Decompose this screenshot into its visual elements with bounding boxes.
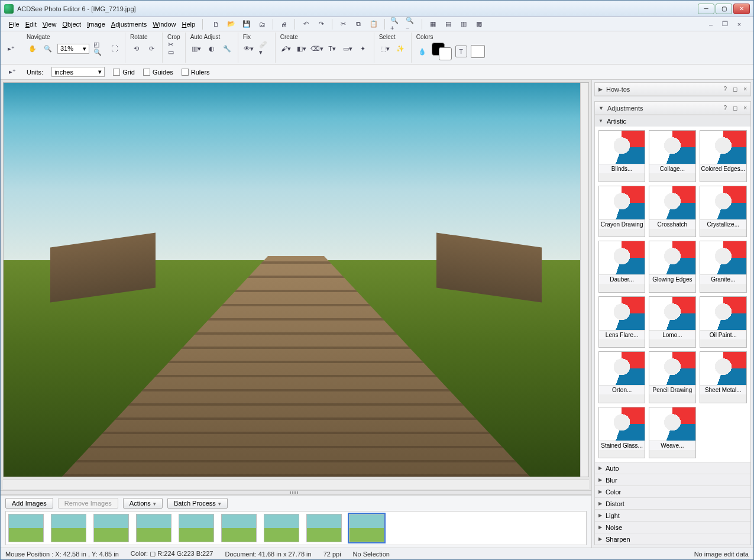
thumbnail-item[interactable] xyxy=(306,514,342,542)
gradient-tool-icon[interactable]: ◧▾ xyxy=(296,43,308,54)
category-color[interactable]: ▶Color xyxy=(595,485,750,497)
adjustments-header[interactable]: ▼ Adjustments ? ◻ × xyxy=(595,102,750,115)
redo-icon[interactable]: ↷ xyxy=(315,18,327,30)
eyedropper-tool-icon[interactable]: 💧 xyxy=(416,46,428,57)
category-sharpen[interactable]: ▶Sharpen xyxy=(595,533,750,545)
layout-a-icon[interactable]: ▦ xyxy=(427,18,439,30)
effect-weave[interactable]: Weave... xyxy=(649,407,695,459)
howtos-header[interactable]: ▶ How-tos ? ◻ × xyxy=(595,83,750,96)
menu-help[interactable]: Help xyxy=(182,21,195,28)
dock-icon[interactable]: ◻ xyxy=(733,105,737,111)
heal-tool-icon[interactable]: 🩹▾ xyxy=(258,43,270,54)
shape-tool-icon[interactable]: ▭▾ xyxy=(342,43,354,54)
batch-process-button[interactable]: Batch Process▾ xyxy=(167,498,228,509)
sparkle-tool-icon[interactable]: ✦ xyxy=(357,43,369,54)
grid-checkbox[interactable]: Grid xyxy=(113,69,135,76)
fill-color-box-icon[interactable] xyxy=(471,45,485,58)
marquee-tool-icon[interactable]: ⬚▾ xyxy=(379,43,391,54)
pointer-options-icon[interactable]: ▸⁺ xyxy=(7,66,18,78)
minimize-button[interactable]: ─ xyxy=(698,4,714,14)
menu-file[interactable]: File xyxy=(9,21,20,28)
close-button[interactable]: ✕ xyxy=(733,4,750,14)
menu-window[interactable]: Window xyxy=(153,21,176,28)
close-panel-icon[interactable]: × xyxy=(743,86,747,92)
effect-collage[interactable]: Collage... xyxy=(649,130,695,182)
thumbnail-item[interactable] xyxy=(264,514,299,542)
eraser-tool-icon[interactable]: ⌫▾ xyxy=(311,43,323,54)
hand-tool-icon[interactable]: ✋ xyxy=(27,43,38,54)
effect-glowing-edges[interactable]: Glowing Edges xyxy=(649,241,695,293)
new-file-icon[interactable]: 🗋 xyxy=(210,18,222,30)
rulers-checkbox[interactable]: Rulers xyxy=(182,69,210,76)
effect-blinds[interactable]: Blinds... xyxy=(598,130,645,182)
effect-oil-paint[interactable]: Oil Paint... xyxy=(700,296,747,348)
menu-view[interactable]: View xyxy=(43,21,57,28)
rotate-right-icon[interactable]: ⟳ xyxy=(145,43,157,54)
effect-granite[interactable]: Granite... xyxy=(700,241,747,293)
thumbnail-item[interactable] xyxy=(221,514,257,542)
effect-sheet-metal[interactable]: Sheet Metal... xyxy=(700,351,747,403)
mdi-restore-icon[interactable]: ❐ xyxy=(719,18,731,30)
menu-adjustments[interactable]: Adjustments xyxy=(111,21,147,28)
layout-c-icon[interactable]: ▥ xyxy=(458,18,470,30)
auto-color-icon[interactable]: 🔧 xyxy=(221,43,233,54)
effect-stained-glass[interactable]: Stained Glass... xyxy=(598,407,645,459)
zoom-in-icon[interactable]: 🔍+ xyxy=(390,18,402,30)
effect-colored-edges[interactable]: Colored Edges... xyxy=(700,130,747,182)
thumbnail-item[interactable] xyxy=(51,514,86,542)
thumbnail-item[interactable] xyxy=(136,514,171,542)
zoom-fit-icon[interactable]: ◰🔍 xyxy=(93,43,105,54)
effect-lomo[interactable]: Lomo... xyxy=(649,296,695,348)
menu-image[interactable]: Image xyxy=(87,21,105,28)
maximize-button[interactable]: ▢ xyxy=(716,4,732,14)
effect-crayon-drawing[interactable]: Crayon Drawing xyxy=(598,186,645,238)
thumbnail-item[interactable] xyxy=(93,514,129,542)
zoom-out-icon[interactable]: 🔍− xyxy=(405,18,417,30)
open-folder-icon[interactable]: 📂 xyxy=(225,18,237,30)
paste-icon[interactable]: 📋 xyxy=(368,18,380,30)
category-noise[interactable]: ▶Noise xyxy=(595,521,750,533)
close-panel-icon[interactable]: × xyxy=(743,105,747,111)
auto-contrast-icon[interactable]: ◐ xyxy=(206,43,218,54)
help-icon[interactable]: ? xyxy=(724,86,727,92)
brush-tool-icon[interactable]: 🖌▾ xyxy=(280,43,292,54)
print-icon[interactable]: 🖨 xyxy=(278,18,290,30)
category-distort[interactable]: ▶Distort xyxy=(595,497,750,509)
effect-orton[interactable]: Orton... xyxy=(598,351,645,403)
text-tool-icon[interactable]: T▾ xyxy=(326,43,338,54)
text-color-t-icon[interactable]: T xyxy=(455,46,467,57)
category-artistic[interactable]: ▼ Artistic xyxy=(595,115,750,127)
thumbnail-item[interactable] xyxy=(349,514,384,542)
zoom-level-select[interactable]: 31% ▾ xyxy=(57,44,89,54)
thumbnail-item[interactable] xyxy=(179,514,214,542)
effect-dauber[interactable]: Dauber... xyxy=(598,241,645,293)
save-all-icon[interactable]: 🗂 xyxy=(256,18,268,30)
cut-icon[interactable]: ✂ xyxy=(337,18,349,30)
guides-checkbox[interactable]: Guides xyxy=(143,69,173,76)
background-color[interactable] xyxy=(439,47,452,60)
effect-pencil-drawing[interactable]: Pencil Drawing xyxy=(649,351,695,403)
help-icon[interactable]: ? xyxy=(724,105,727,111)
menu-object[interactable]: Object xyxy=(62,21,81,28)
pointer-tool-icon[interactable]: ▸⁺ xyxy=(5,43,17,54)
units-select[interactable]: inches ▾ xyxy=(51,67,105,77)
thumbnail-strip[interactable] xyxy=(5,511,587,545)
magic-wand-icon[interactable]: ✨ xyxy=(394,43,406,54)
layout-d-icon[interactable]: ▩ xyxy=(473,18,485,30)
rotate-left-icon[interactable]: ⟲ xyxy=(130,43,142,54)
vertical-scrollbar[interactable] xyxy=(580,83,589,477)
auto-levels-icon[interactable]: ▥▾ xyxy=(190,43,202,54)
horizontal-splitter[interactable] xyxy=(1,490,591,495)
category-auto[interactable]: ▶Auto xyxy=(595,462,750,474)
thumbnail-item[interactable] xyxy=(8,514,44,542)
save-icon[interactable]: 💾 xyxy=(241,18,253,30)
copy-icon[interactable]: ⧉ xyxy=(352,18,364,30)
crop-tool-icon[interactable]: ✂▭ xyxy=(167,43,179,54)
zoom-tool-icon[interactable]: 🔍 xyxy=(42,43,54,54)
add-images-button[interactable]: Add Images xyxy=(5,498,53,509)
effect-crosshatch[interactable]: Crosshatch xyxy=(649,186,695,238)
dock-icon[interactable]: ◻ xyxy=(733,86,737,92)
redeye-tool-icon[interactable]: 👁▾ xyxy=(243,43,255,54)
horizontal-scrollbar[interactable] xyxy=(3,480,589,489)
actions-button[interactable]: Actions▾ xyxy=(123,498,163,509)
